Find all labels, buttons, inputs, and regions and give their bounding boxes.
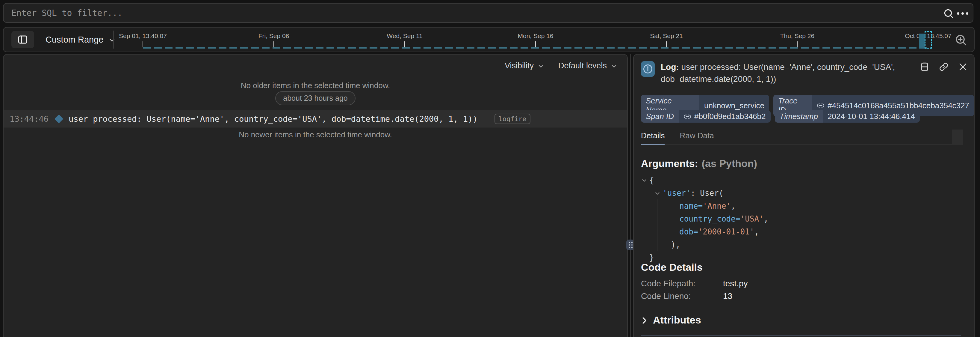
scrollbar-thumb[interactable]: [952, 129, 963, 145]
tab-raw-data[interactable]: Raw Data: [679, 131, 714, 145]
timeline-tick: [143, 42, 143, 47]
chevron-down-icon: [610, 63, 617, 70]
arguments-subheading: (as Python): [702, 158, 757, 169]
timeline-label: Thu, Sep 26: [780, 32, 815, 40]
timeline-tick: [404, 42, 405, 47]
detail-kind: Log:: [661, 62, 679, 72]
code-filepath-value: test.py: [723, 279, 748, 288]
zoom-in-button[interactable]: [951, 30, 970, 50]
timestamp-label: Timestamp: [775, 110, 823, 123]
detail-title: Log: user processed: User(name='Anne', c…: [661, 61, 920, 85]
log-level-diamond-icon: [54, 114, 64, 123]
code-line: ),: [641, 238, 768, 251]
timebar-divider: [113, 30, 114, 49]
panel-left-icon: [17, 34, 29, 45]
code-token: ,: [754, 225, 759, 238]
log-list-panel: Visibility Default levels No older items…: [3, 54, 628, 337]
sql-filter-bar: [3, 3, 974, 23]
tab-details[interactable]: Details: [641, 131, 665, 145]
code-filepath-label: Code Filepath:: [641, 279, 723, 288]
code-line: country_code='USA',: [641, 212, 768, 225]
code-token: User(: [700, 187, 723, 200]
code-token: 'Anne': [703, 200, 731, 212]
no-newer-items-message: No newer items in the selected time wind…: [3, 130, 627, 139]
chevron-down-icon: [108, 36, 116, 44]
arguments-heading: Arguments:(as Python): [641, 158, 757, 169]
timeline-label: Fri, Sep 06: [258, 32, 290, 40]
relative-time-badge[interactable]: about 23 hours ago: [275, 91, 355, 105]
timestamp-badge[interactable]: Timestamp 2024-10-01 13:44:46.414: [775, 110, 920, 123]
log-detail-panel: Log: user processed: User(name='Anne', c…: [633, 54, 975, 337]
log-row[interactable]: 13:44:46 user processed: User(name='Anne…: [3, 110, 627, 128]
code-lineno-label: Code Lineno:: [641, 291, 723, 301]
log-message: user processed: User(name='Anne', countr…: [68, 114, 477, 123]
code-lineno-row: Code Lineno: 13: [641, 291, 732, 301]
span-id-value: #b0f0d9ed1ab346b2: [694, 112, 766, 121]
list-controls-row: Visibility Default levels: [3, 54, 627, 77]
time-range-label: Custom Range: [46, 35, 103, 45]
collapse-chevron-icon[interactable]: [641, 177, 648, 184]
timeline-label: Mon, Sep 16: [517, 32, 553, 40]
time-range-bar: Custom Range Sep 01, 13:40:07 Fri, Sep 0…: [3, 27, 975, 52]
panel-splitter[interactable]: [630, 54, 631, 337]
timeline-dashed-track[interactable]: [143, 47, 931, 49]
detail-title-text: user processed: User(name='Anne', countr…: [661, 62, 895, 84]
link-icon: [817, 102, 824, 109]
code-line: {: [641, 174, 768, 187]
code-token: '2000-01-01': [698, 225, 754, 238]
code-line: name='Anne',: [641, 200, 768, 212]
timeline-label: Wed, Sep 11: [387, 32, 422, 40]
visibility-dropdown[interactable]: Visibility: [505, 61, 544, 70]
attributes-heading-text: Attributes: [653, 314, 701, 326]
code-filepath-row: Code Filepath: test.py: [641, 279, 748, 288]
copy-link-icon[interactable]: [939, 62, 949, 72]
visibility-label: Visibility: [505, 61, 534, 70]
search-icon[interactable]: [943, 8, 954, 19]
chevron-right-icon: [640, 316, 649, 325]
code-token: :: [690, 187, 700, 200]
timestamp-value: 2024-10-01 13:44:46.414: [823, 110, 920, 123]
dock-panel-icon[interactable]: [920, 62, 930, 72]
detail-tabs: Details Raw Data: [641, 129, 961, 145]
info-level-icon: [641, 61, 655, 77]
log-tag-badge: logfire: [495, 113, 531, 124]
code-token: 'USA': [740, 212, 764, 225]
default-levels-label: Default levels: [558, 61, 607, 70]
timeline-selection-region[interactable]: [924, 31, 932, 49]
no-older-items-message: No older items in the selected time wind…: [3, 81, 627, 90]
more-options-icon[interactable]: [956, 10, 969, 18]
default-levels-dropdown[interactable]: Default levels: [558, 61, 617, 70]
timeline-tick: [535, 42, 536, 47]
span-id-label: Span ID: [641, 110, 679, 123]
sidebar-toggle-button[interactable]: [11, 31, 34, 48]
chevron-down-icon: [537, 63, 544, 70]
trace-id-value: #454514c0168a455a51bb4ceba354c327: [827, 101, 969, 110]
code-token: dob=: [679, 225, 698, 238]
code-lineno-value: 13: [723, 291, 732, 301]
timeline-tick: [797, 42, 798, 47]
attributes-section-toggle[interactable]: Attributes: [640, 314, 701, 326]
timeline-tick: [274, 42, 274, 47]
span-id-badge[interactable]: Span ID #b0f0d9ed1ab346b2: [641, 110, 771, 123]
link-icon: [684, 113, 691, 121]
timeline-histogram-bar[interactable]: [919, 34, 924, 49]
code-token: country_code=: [679, 212, 740, 225]
timeline-label: Sep 01, 13:40:07: [119, 32, 167, 40]
code-token: ,: [764, 212, 768, 225]
code-token: {: [649, 174, 654, 187]
detail-header: Log: user processed: User(name='Anne', c…: [641, 61, 920, 85]
time-range-dropdown[interactable]: Custom Range: [46, 27, 116, 51]
indent-guide: [644, 186, 644, 263]
log-time: 13:44:46: [10, 114, 49, 123]
code-details-heading: Code Details: [641, 262, 703, 273]
collapse-chevron-icon[interactable]: [654, 190, 661, 197]
arguments-code-tree: { 'user': User( name='Anne', country_cod…: [641, 174, 768, 264]
close-icon[interactable]: [958, 62, 968, 72]
magnifier-plus-icon: [954, 33, 967, 46]
code-token: 'user': [662, 187, 690, 200]
timeline-label: Sat, Sep 21: [650, 32, 683, 40]
indent-guide: [657, 199, 657, 251]
section-divider: [641, 335, 961, 336]
code-line: 'user': User(: [641, 187, 768, 200]
sql-filter-input[interactable]: [3, 3, 973, 22]
